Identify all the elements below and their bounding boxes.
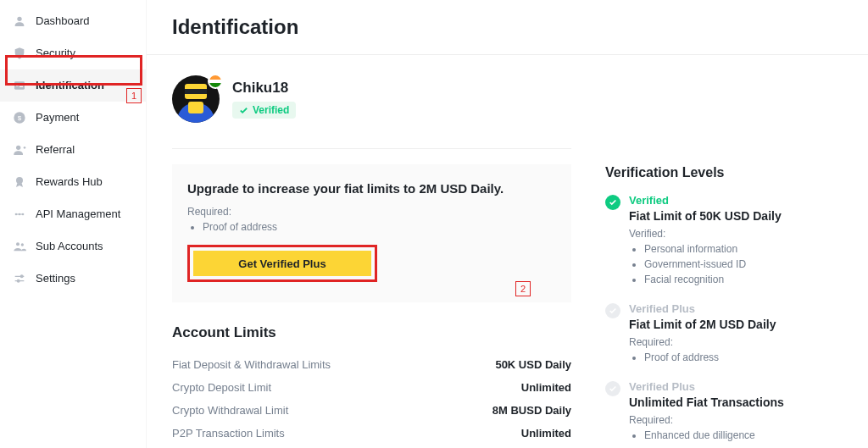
svg-point-10: [19, 213, 21, 216]
page-header: Identification: [147, 0, 868, 55]
level-subtitle: Fiat Limit of 2M USD Daily: [629, 318, 776, 331]
svg-point-11: [22, 213, 25, 216]
svg-point-12: [16, 242, 19, 246]
level-subtitle: Unlimited Fiat Transactions: [629, 395, 784, 409]
level-req-list: Enhanced due dilligence: [629, 428, 784, 443]
country-flag-badge: [208, 74, 223, 89]
level-verified: Verified Fiat Limit of 50K USD Daily Ver…: [605, 194, 843, 287]
verified-badge-label: Verified: [253, 104, 289, 116]
profile-section: Chiku18 Verified: [172, 55, 571, 143]
level-verified-plus: Verified Plus Fiat Limit of 2M USD Daily…: [605, 302, 843, 365]
upgrade-title: Upgrade to increase your fiat limits to …: [187, 181, 556, 196]
limit-row: Fiat Deposit & Withdrawal Limits 50K USD…: [172, 353, 571, 376]
check-circle-icon: [605, 303, 620, 318]
svg-rect-1: [14, 81, 25, 89]
sidebar-item-label: Rewards Hub: [36, 175, 103, 189]
svg-rect-4: [19, 86, 23, 87]
people-icon: [12, 239, 27, 254]
level-req-list: Proof of address: [629, 350, 776, 365]
limit-row: P2P Transaction Limits Unlimited: [172, 422, 571, 445]
account-limits-title: Account Limits: [172, 324, 571, 341]
sidebar-item-security[interactable]: Security: [0, 37, 146, 69]
svg-point-9: [15, 213, 18, 216]
svg-rect-2: [16, 84, 19, 86]
id-card-icon: [12, 78, 27, 93]
svg-text:$: $: [18, 114, 22, 122]
limit-label: Crypto Withdrawal Limit: [172, 404, 288, 417]
medal-icon: [12, 174, 27, 190]
svg-point-14: [20, 275, 23, 278]
limit-label: Crypto Deposit Limit: [172, 381, 271, 394]
required-item: Proof of address: [203, 219, 556, 235]
level-req-label: Required:: [629, 414, 784, 426]
limit-value: 8M BUSD Daily: [492, 404, 571, 417]
sidebar-item-referral[interactable]: Referral: [0, 134, 146, 166]
sidebar-item-label: API Management: [36, 207, 120, 221]
sliders-icon: [12, 271, 27, 286]
level-name: Verified: [629, 194, 782, 207]
level-req-item: Personal information: [644, 241, 782, 257]
level-req-item: Enhanced due dilligence: [644, 428, 784, 443]
required-label: Required:: [187, 206, 556, 218]
sidebar-item-label: Referral: [36, 143, 75, 157]
svg-point-0: [17, 17, 21, 21]
username: Chiku18: [232, 80, 296, 97]
verified-badge: Verified: [232, 102, 296, 119]
svg-point-15: [17, 279, 19, 282]
level-req-item: Proof of address: [644, 350, 776, 365]
level-name: Verified Plus: [629, 302, 776, 315]
level-name: Verified Plus: [629, 380, 784, 393]
level-req-label: Verified:: [629, 228, 782, 240]
sidebar-item-label: Dashboard: [36, 14, 90, 28]
limit-row: Crypto Withdrawal Limit 8M BUSD Daily: [172, 399, 571, 422]
sidebar-item-settings[interactable]: Settings: [0, 263, 146, 295]
check-circle-icon: [605, 195, 620, 210]
level-req-item: Government-issued ID: [644, 257, 782, 272]
limit-label: Fiat Deposit & Withdrawal Limits: [172, 358, 331, 371]
sidebar-item-api[interactable]: API Management: [0, 198, 146, 230]
person-add-icon: [12, 142, 27, 158]
sidebar-item-dashboard[interactable]: Dashboard: [0, 5, 146, 37]
sidebar-item-label: Payment: [36, 111, 79, 124]
limit-row: Crypto Deposit Limit Unlimited: [172, 376, 571, 399]
sidebar-item-subaccounts[interactable]: Sub Accounts: [0, 230, 146, 263]
level-req-list: Personal information Government-issued I…: [629, 241, 782, 287]
upgrade-card: Upgrade to increase your fiat limits to …: [172, 164, 571, 302]
limit-value: 50K USD Daily: [495, 358, 571, 371]
limit-label: P2P Transaction Limits: [172, 427, 285, 440]
level-unlimited: Verified Plus Unlimited Fiat Transaction…: [605, 380, 843, 443]
sidebar-item-label: Identification: [36, 79, 104, 92]
verification-levels-panel: Verification Levels Verified Fiat Limit …: [605, 55, 843, 448]
sidebar-item-identification[interactable]: Identification: [0, 69, 146, 102]
sidebar-item-rewards[interactable]: Rewards Hub: [0, 166, 146, 198]
check-circle-icon: [605, 381, 620, 396]
limit-value: Unlimited: [521, 427, 571, 440]
annotation-box-2: Get Verified Plus: [187, 245, 377, 282]
divider: [172, 148, 571, 149]
level-subtitle: Fiat Limit of 50K USD Daily: [629, 209, 782, 223]
limit-value: Unlimited: [521, 381, 571, 394]
sidebar-item-label: Security: [36, 47, 75, 60]
sidebar-item-payment[interactable]: $ Payment: [0, 102, 146, 134]
person-icon: [12, 14, 27, 29]
annotation-label-2: 2: [515, 281, 531, 296]
sidebar-item-label: Sub Accounts: [36, 240, 103, 253]
get-verified-plus-button[interactable]: Get Verified Plus: [193, 251, 371, 276]
levels-title: Verification Levels: [605, 165, 843, 180]
main-content: Identification Chiku18: [147, 0, 868, 448]
check-icon: [239, 106, 248, 115]
sidebar-item-label: Settings: [36, 272, 75, 285]
page-title: Identification: [172, 15, 843, 39]
level-req-label: Required:: [629, 336, 776, 348]
svg-point-13: [21, 243, 24, 246]
svg-rect-3: [19, 84, 23, 85]
svg-point-7: [16, 146, 20, 150]
required-list: Proof of address: [187, 219, 556, 235]
shield-icon: [12, 46, 27, 61]
api-icon: [12, 207, 27, 222]
level-req-item: Facial recognition: [644, 272, 782, 287]
annotation-label-1: 1: [126, 88, 142, 103]
sidebar: Dashboard Security Identification $ Paym…: [0, 0, 147, 448]
svg-point-8: [16, 177, 23, 184]
dollar-icon: $: [12, 110, 27, 125]
